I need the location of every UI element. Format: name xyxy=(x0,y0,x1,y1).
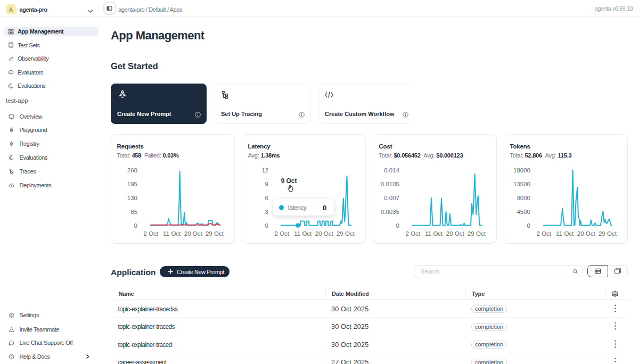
svg-text:29 Oct: 29 Oct xyxy=(599,230,617,237)
svg-text:2 Oct: 2 Oct xyxy=(144,230,159,237)
svg-text:0: 0 xyxy=(323,204,326,212)
svg-text:29 Oct: 29 Oct xyxy=(468,230,486,237)
svg-text:0.007: 0.007 xyxy=(384,195,399,201)
svg-text:11 Oct: 11 Oct xyxy=(163,230,181,237)
svg-text:20 Oct: 20 Oct xyxy=(577,230,596,237)
svg-text:130: 130 xyxy=(127,195,137,201)
svg-text:0.0105: 0.0105 xyxy=(381,181,399,187)
svg-text:0.014: 0.014 xyxy=(384,167,399,173)
svg-text:18000: 18000 xyxy=(513,167,530,173)
svg-text:latency: latency xyxy=(288,204,307,211)
svg-text:3: 3 xyxy=(265,209,268,215)
svg-text:0: 0 xyxy=(527,222,530,229)
svg-text:2 Oct: 2 Oct xyxy=(275,230,290,237)
svg-text:13500: 13500 xyxy=(513,181,530,187)
svg-text:0: 0 xyxy=(265,222,268,229)
svg-text:260: 260 xyxy=(127,167,137,173)
svg-text:11 Oct: 11 Oct xyxy=(556,230,574,237)
svg-text:9000: 9000 xyxy=(517,195,530,201)
svg-text:6: 6 xyxy=(265,195,268,201)
svg-text:0: 0 xyxy=(134,222,137,229)
svg-text:2 Oct: 2 Oct xyxy=(537,230,552,237)
svg-text:195: 195 xyxy=(127,181,137,187)
svg-text:9 Oct: 9 Oct xyxy=(281,177,297,185)
svg-text:4500: 4500 xyxy=(517,209,530,215)
svg-text:65: 65 xyxy=(130,209,137,215)
svg-text:20 Oct: 20 Oct xyxy=(446,230,465,237)
svg-text:20 Oct: 20 Oct xyxy=(184,230,203,237)
svg-text:11 Oct: 11 Oct xyxy=(294,230,312,237)
svg-text:12: 12 xyxy=(261,167,268,173)
svg-text:0: 0 xyxy=(396,222,399,229)
svg-text:9: 9 xyxy=(265,181,268,187)
svg-text:2 Oct: 2 Oct xyxy=(406,230,421,237)
svg-text:29 Oct: 29 Oct xyxy=(337,230,355,237)
svg-text:11 Oct: 11 Oct xyxy=(425,230,443,237)
svg-text:29 Oct: 29 Oct xyxy=(206,230,224,237)
svg-text:20 Oct: 20 Oct xyxy=(315,230,334,237)
svg-text:0.0035: 0.0035 xyxy=(381,209,399,215)
